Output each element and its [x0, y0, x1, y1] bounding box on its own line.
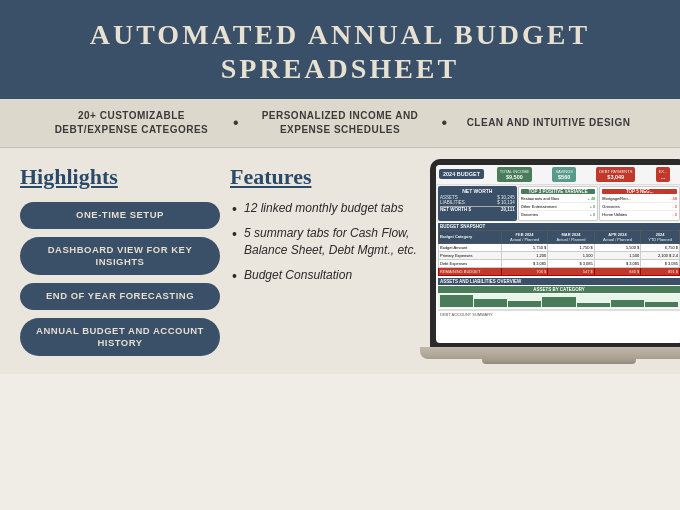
highlights-title: Highlights: [20, 164, 220, 190]
feature-item-1: 20+ CUSTOMIZABLE DEBT/EXPENSE CATEGORES: [30, 109, 233, 137]
features-panel: Features 12 linked monthly budget tabs 5…: [230, 158, 420, 364]
feature-list-item-1: 12 linked monthly budget tabs: [230, 200, 420, 217]
ss-top-negative: TOP 5 NEG... Mortgage/Ren...- 48 Groceri…: [599, 186, 680, 221]
btn-budget-history[interactable]: ANNUAL BUDGET AND ACCOUNT HISTORY: [20, 318, 220, 357]
btn-dashboard-view[interactable]: DASHBOARD VIEW FOR KEY INSIGHTS: [20, 237, 220, 276]
laptop-screen-outer: 2024 BUDGET TOTAL INCOME $9,500 SAVINGS …: [430, 159, 680, 347]
page-header: AUTOMATED ANNUAL BUDGET SPREADSHEET: [0, 0, 680, 99]
ss-top-positive: TOP 3 POSITIVE VARIANCE Restaurants and …: [518, 186, 599, 221]
feature-item-3: CLEAN AND INTUITIVE DESIGN: [447, 116, 650, 130]
ss-extra: EX... ...: [656, 167, 671, 182]
features-list: 12 linked monthly budget tabs 5 summary …: [230, 200, 420, 283]
feature-strip: 20+ CUSTOMIZABLE DEBT/EXPENSE CATEGORES …: [0, 99, 680, 148]
ss-net-worth: NET WORTH ASSETS $ 30,245 LIABILITIES $ …: [438, 186, 517, 221]
feature-list-item-2: 5 summary tabs for Cash Flow, Balance Sh…: [230, 225, 420, 259]
laptop-screen: 2024 BUDGET TOTAL INCOME $9,500 SAVINGS …: [436, 165, 680, 343]
features-title: Features: [230, 164, 420, 190]
page-title: AUTOMATED ANNUAL BUDGET SPREADSHEET: [20, 18, 660, 85]
laptop-panel: 2024 BUDGET TOTAL INCOME $9,500 SAVINGS …: [430, 158, 680, 364]
ss-debt-payments: DEBT PAYMENTS $3,049: [596, 167, 635, 182]
laptop-mockup: 2024 BUDGET TOTAL INCOME $9,500 SAVINGS …: [430, 159, 680, 364]
feature-item-2: PERSONALIZED INCOME AND EXPENSE SCHEDULE…: [239, 109, 442, 137]
feature-list-item-3: Budget Consultation: [230, 267, 420, 284]
btn-one-time-setup[interactable]: ONE-TIME SETUP: [20, 202, 220, 228]
ss-total-income: TOTAL INCOME $9,500: [497, 167, 532, 182]
laptop-stand: [482, 359, 637, 364]
laptop-base: [420, 347, 680, 359]
main-content: Highlights ONE-TIME SETUP DASHBOARD VIEW…: [0, 148, 680, 374]
ss-year-label: 2024 BUDGET: [439, 169, 484, 179]
ss-budget-table: Budget Category FEB 2024Actual / Planned…: [438, 230, 680, 276]
ss-budget-snapshot: BUDGET SNAPSHOT Budget Category FEB 2024…: [436, 222, 680, 277]
highlights-panel: Highlights ONE-TIME SETUP DASHBOARD VIEW…: [20, 158, 220, 364]
spreadsheet-content: 2024 BUDGET TOTAL INCOME $9,500 SAVINGS …: [436, 165, 680, 343]
ss-assets-liabilities: ASSETS AND LIABILITIES OVERVIEW ASSETS B…: [436, 277, 680, 318]
ss-savings: SAVINGS $560: [552, 167, 576, 182]
btn-end-of-year[interactable]: END OF YEAR FORECASTING: [20, 283, 220, 309]
